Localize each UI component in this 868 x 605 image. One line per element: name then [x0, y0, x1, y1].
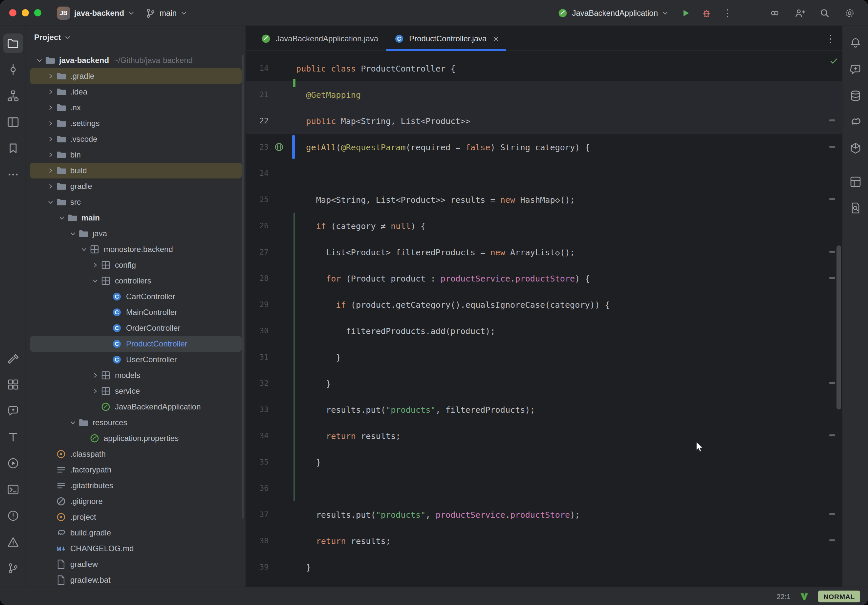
tree-item-nx[interactable]: .nx: [30, 100, 242, 116]
chevron-right-icon[interactable]: [45, 134, 56, 144]
code-line-36[interactable]: 36: [246, 475, 842, 501]
ideavim-icon[interactable]: [799, 591, 809, 601]
close-tab-icon[interactable]: ×: [493, 34, 498, 43]
run-tool-button[interactable]: [3, 453, 23, 473]
tree-item-vscode[interactable]: .vscode: [30, 131, 242, 147]
chevron-down-icon[interactable]: [56, 213, 67, 223]
code-line-39[interactable]: 39 }: [246, 554, 842, 580]
code-line-29[interactable]: 29 if (product.getCategory().equalsIgnor…: [246, 291, 842, 317]
tree-item-build[interactable]: build: [30, 163, 242, 178]
chevron-down-icon[interactable]: [68, 417, 78, 428]
warnings-tool-button[interactable]: [3, 532, 23, 552]
code-editor[interactable]: 14public class ProductController {21 @Ge…: [246, 51, 842, 586]
tree-item-main[interactable]: main: [30, 210, 242, 226]
project-view-dropdown[interactable]: Project: [26, 26, 246, 48]
vcs-branch-widget[interactable]: main: [140, 5, 192, 21]
tree-item-factorypath[interactable]: .factorypath: [30, 462, 242, 478]
line-number[interactable]: 32: [246, 379, 273, 388]
tree-item-controllers[interactable]: controllers: [30, 273, 242, 289]
ai-assistant-tool-button[interactable]: [3, 401, 23, 421]
line-number[interactable]: 24: [246, 169, 273, 178]
tree-item-gradle[interactable]: .gradle: [30, 68, 242, 84]
tree-item-gitignore[interactable]: .gitignore: [30, 494, 242, 509]
project-tool-button[interactable]: [3, 34, 23, 53]
tree-item-bin[interactable]: bin: [30, 147, 242, 163]
tree-item-classpath[interactable]: .classpath: [30, 446, 242, 462]
error-stripe-mark[interactable]: [829, 539, 835, 542]
code-line-14[interactable]: 14public class ProductController {: [246, 55, 842, 81]
line-number[interactable]: 33: [246, 405, 273, 414]
code-line-30[interactable]: 30 filteredProducts.add(product);: [246, 317, 842, 344]
tree-item-java-backend[interactable]: java-backend~/Github/java-backend: [30, 53, 242, 68]
error-stripe-mark[interactable]: [829, 198, 835, 200]
code-line-37[interactable]: 37 results.put("products", productServic…: [246, 501, 842, 528]
search-everywhere-button[interactable]: [815, 4, 834, 22]
find-tool-button[interactable]: [845, 198, 865, 218]
settings-button[interactable]: [840, 4, 859, 22]
line-number[interactable]: 36: [246, 484, 273, 493]
close-window-button[interactable]: [9, 9, 16, 16]
tree-item-java[interactable]: java: [30, 226, 242, 241]
line-number[interactable]: 28: [246, 274, 273, 283]
vim-mode-badge[interactable]: NORMAL: [818, 590, 860, 602]
chevron-right-icon[interactable]: [45, 71, 56, 81]
line-number[interactable]: 29: [246, 300, 273, 309]
code-line-33[interactable]: 33 results.put("products", filteredProdu…: [246, 396, 842, 422]
tab-productcontroller-java[interactable]: CProductController.java×: [386, 26, 507, 51]
code-line-25[interactable]: 25 Map<String, List<Product>> results = …: [246, 186, 842, 213]
tree-item-cartcontroller[interactable]: CCartController: [30, 289, 242, 305]
line-number[interactable]: 22: [246, 116, 273, 125]
chevron-down-icon[interactable]: [68, 228, 78, 239]
error-stripe-mark[interactable]: [829, 251, 835, 253]
structure-tool-button[interactable]: [3, 86, 23, 106]
line-number[interactable]: 23: [246, 142, 273, 152]
tree-item-productcontroller[interactable]: CProductController: [30, 336, 242, 352]
ai-assistant-tool-button[interactable]: [845, 60, 865, 79]
code-line-24[interactable]: 24: [246, 160, 842, 186]
chevron-down-icon[interactable]: [45, 197, 56, 207]
line-number[interactable]: 38: [246, 536, 273, 545]
chevron-right-icon[interactable]: [45, 102, 56, 113]
chevron-right-icon[interactable]: [90, 370, 101, 381]
error-stripe-mark[interactable]: [829, 435, 835, 436]
chevron-right-icon[interactable]: [90, 260, 101, 270]
run-button[interactable]: [676, 4, 694, 22]
tree-item-monostore-backend[interactable]: monostore.backend: [30, 241, 242, 257]
code-line-28[interactable]: 28 for (Product product : productService…: [246, 265, 842, 291]
tab-options-button[interactable]: ⋮: [819, 26, 842, 51]
dependencies-tool-button[interactable]: [845, 172, 865, 192]
chevron-down-icon[interactable]: [34, 55, 45, 66]
tree-item-service[interactable]: service: [30, 383, 242, 399]
chevron-right-icon[interactable]: [45, 181, 56, 192]
code-line-38[interactable]: 38 return results;: [246, 528, 842, 554]
tree-item-src[interactable]: src: [30, 194, 242, 210]
chevron-right-icon[interactable]: [45, 166, 56, 176]
caret-position-widget[interactable]: 22:1: [777, 592, 790, 600]
tree-item-gradlew[interactable]: gradlew: [30, 557, 242, 572]
tree-item-application-properties[interactable]: application.properties: [30, 430, 242, 446]
code-line-26[interactable]: 26 if (category ≠ null) {: [246, 213, 842, 239]
code-line-34[interactable]: 34 return results;: [246, 422, 842, 449]
line-number[interactable]: 27: [246, 248, 273, 257]
chevron-right-icon[interactable]: [45, 118, 56, 128]
maven-tool-button[interactable]: [845, 138, 865, 158]
ai-assistant-button[interactable]: [766, 4, 784, 22]
tree-item-idea[interactable]: .idea: [30, 84, 242, 100]
tree-item-project[interactable]: .project: [30, 509, 242, 525]
line-number[interactable]: 34: [246, 431, 273, 440]
zoom-window-button[interactable]: [34, 9, 41, 16]
chevron-right-icon[interactable]: [90, 386, 101, 396]
terminal-tool-button[interactable]: [3, 480, 23, 499]
tree-item-settings[interactable]: .settings: [30, 116, 242, 131]
more-tool-button[interactable]: [3, 165, 23, 184]
line-number[interactable]: 39: [246, 562, 273, 571]
code-line-21[interactable]: 21 @GetMapping: [246, 81, 842, 108]
database-tool-button[interactable]: [845, 86, 865, 106]
tree-item-maincontroller[interactable]: CMainController: [30, 305, 242, 320]
more-run-actions-button[interactable]: ⋮: [718, 4, 737, 22]
commit-tool-button[interactable]: [3, 60, 23, 79]
error-stripe-mark[interactable]: [829, 513, 835, 515]
run-configuration-widget[interactable]: JavaBackendApplication: [552, 5, 674, 21]
problems-tool-button[interactable]: [3, 506, 23, 526]
tree-item-ordercontroller[interactable]: COrderController: [30, 320, 242, 336]
